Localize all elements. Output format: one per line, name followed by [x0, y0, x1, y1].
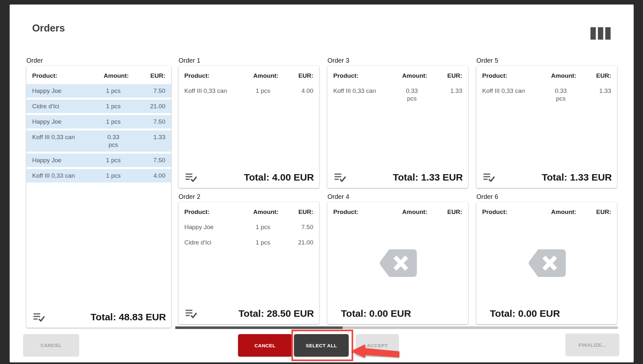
order-item-row: Happy Joe 1 pcs 7.50 [26, 84, 171, 98]
order-card-title: Order [26, 56, 171, 65]
item-eur: 21.00 [283, 239, 313, 246]
order-card-title: Order 2 [179, 192, 319, 201]
cancel-button[interactable]: CANCEL [238, 334, 292, 357]
eur-column-header: EUR: [283, 209, 313, 216]
order-card-title: Order 1 [179, 56, 319, 65]
item-eur: 1.33 [432, 87, 462, 102]
item-eur: 1.33 [134, 133, 165, 149]
order-card[interactable]: Product: Amount: EUR: Happy Joe 1 pcs 7.… [26, 66, 171, 328]
amount-column-header: Amount: [392, 209, 432, 216]
item-amount: 0.33 pcs [551, 87, 570, 102]
order-total: Total: 0.00 EUR [490, 308, 560, 319]
order-card[interactable]: Product: Amount: EUR: Total: [327, 202, 468, 324]
order-card-title: Order 5 [476, 56, 617, 65]
finalize-button[interactable]: FINALIZE... [565, 333, 619, 356]
horizontal-scrollbar[interactable] [175, 326, 618, 329]
item-product: Koff III 0,33 can [32, 172, 93, 180]
item-amount: 1 pcs [256, 223, 270, 231]
order-total: Total: 28.50 EUR [238, 308, 314, 319]
amount-column-header: Amount: [243, 209, 283, 216]
order-item-row: Koff III 0,33 can 0.33 pcs 1.33 [327, 84, 468, 105]
order-card[interactable]: Product: Amount: EUR: Happy Joe 1 pcs 7.… [179, 202, 319, 324]
item-product: Happy Joe [184, 223, 243, 231]
item-product: Koff III 0,33 can [333, 87, 392, 102]
order-item-row: Happy Joe 1 pcs 7.50 [179, 220, 319, 234]
order-item-row: Koff III 0,33 can 0.33 pcs 1.33 [476, 84, 617, 105]
item-eur: 4.00 [134, 172, 165, 180]
order-card-footer: Total: 0.00 EUR [476, 306, 617, 324]
order-item-row: Koff III 0,33 can 1 pcs 4.00 [179, 84, 319, 98]
item-product: Happy Joe [32, 87, 93, 95]
order-item-row: Koff III 0,33 can 0.33 pcs 1.33 [26, 130, 171, 152]
accept-button[interactable]: ACCEPT [356, 334, 399, 357]
order-card-footer: Total: 28.50 EUR [179, 306, 319, 324]
item-eur: 7.50 [134, 156, 165, 164]
order-item-row: Happy Joe 1 pcs 7.50 [26, 154, 171, 167]
order-table-header: Product: Amount: EUR: [179, 202, 319, 216]
order-cell: Order 4 Product: Amount: EUR: [327, 192, 468, 324]
order-card-title: Order 4 [327, 192, 468, 201]
order-total: Total: 1.33 EUR [393, 172, 463, 183]
playlist-check-icon [186, 173, 198, 182]
empty-order-clear-icon [378, 249, 418, 278]
item-product: Cidre d'Ici [184, 239, 243, 246]
amount-column-header: Amount: [392, 72, 432, 79]
orders-window: Orders Order Product: Amount: EUR: Happy… [10, 4, 634, 362]
select-all-button[interactable]: SELECT ALL [294, 334, 349, 357]
item-product: Koff III 0,33 can [482, 87, 541, 102]
order-card[interactable]: Product: Amount: EUR: Koff III 0,33 can … [327, 66, 468, 188]
order-card-footer: Total: 1.33 EUR [476, 169, 617, 188]
order-card[interactable]: Product: Amount: EUR: Koff III 0,33 can … [476, 66, 617, 188]
item-eur: 1.33 [581, 87, 611, 102]
order-item-row: Happy Joe 1 pcs 7.50 [26, 115, 171, 129]
order-cell: Order Product: Amount: EUR: Happy Joe 1 … [26, 56, 171, 328]
eur-column-header: EUR: [581, 72, 611, 79]
item-amount: 1 pcs [256, 239, 270, 246]
order-cell: Order 3 Product: Amount: EUR: Koff III 0… [327, 56, 468, 188]
horizontal-scrollbar-thumb[interactable] [175, 326, 343, 329]
product-column-header: Product: [333, 209, 392, 216]
eur-column-header: EUR: [581, 209, 611, 216]
order-card-title: Order 3 [327, 56, 468, 65]
orders-grid: Order 1 Product: Amount: EUR: Koff III 0… [179, 56, 617, 324]
playlist-check-icon [186, 309, 198, 319]
order-card[interactable]: Product: Amount: EUR: Total: [476, 202, 617, 324]
order-total: Total: 0.00 EUR [341, 308, 411, 319]
item-product: Koff III 0,33 can [184, 87, 243, 95]
amount-column-header: Amount: [541, 72, 581, 79]
product-column-header: Product: [482, 209, 541, 216]
order-table-header: Product: Amount: EUR: [179, 66, 319, 79]
item-eur: 4.00 [283, 87, 313, 95]
order-table-header: Product: Amount: EUR: [26, 66, 171, 79]
item-amount: 1 pcs [106, 118, 121, 126]
order-card-footer: Total: 48.83 EUR [26, 309, 171, 328]
product-column-header: Product: [184, 72, 243, 79]
order-total: Total: 1.33 EUR [542, 172, 612, 183]
item-amount: 1 pcs [106, 156, 121, 164]
eur-column-header: EUR: [432, 209, 462, 216]
item-amount: 1 pcs [106, 172, 121, 180]
columns-view-icon[interactable] [590, 27, 611, 40]
cancel-button-left[interactable]: CANCEL [23, 334, 79, 356]
eur-column-header: EUR: [432, 72, 462, 79]
product-column-header: Product: [333, 72, 392, 79]
page-title: Orders [32, 22, 65, 34]
item-amount: 1 pcs [256, 87, 270, 95]
empty-order-clear-icon [527, 249, 566, 278]
playlist-check-icon [483, 173, 496, 182]
order-card-footer: Total: 1.33 EUR [327, 169, 468, 188]
order-item-row: Cidre d'Ici 1 pcs 21.00 [26, 100, 171, 113]
item-eur: 21.00 [134, 102, 165, 110]
order-cell: Order 1 Product: Amount: EUR: Koff III 0… [179, 56, 319, 188]
amount-column-header: Amount: [243, 72, 283, 79]
item-product: Cidre d'Ici [32, 102, 93, 110]
playlist-check-icon [33, 312, 46, 322]
amount-column-header: Amount: [93, 72, 134, 79]
order-table-header: Product: Amount: EUR: [476, 66, 617, 79]
item-product: Happy Joe [32, 156, 93, 164]
order-card[interactable]: Product: Amount: EUR: Koff III 0,33 can … [179, 66, 319, 188]
amount-column-header: Amount: [541, 209, 581, 216]
eur-column-header: EUR: [134, 72, 165, 79]
item-eur: 7.50 [283, 223, 313, 231]
order-cell: Order 6 Product: Amount: EUR: [476, 192, 617, 324]
